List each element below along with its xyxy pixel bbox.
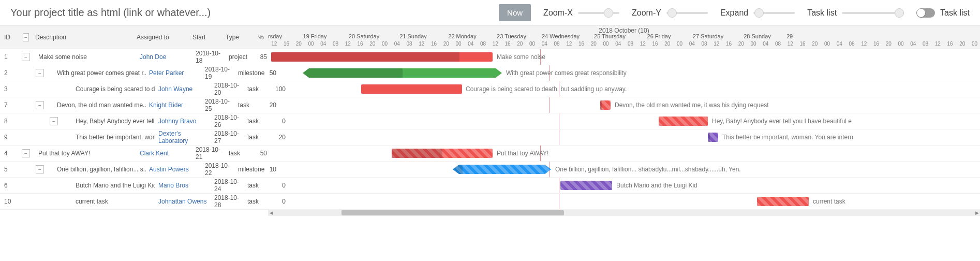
cell-start: 2018-10-21 <box>192 146 226 161</box>
collapse-all[interactable]: − <box>23 33 29 41</box>
col-header-start[interactable]: Start <box>189 26 222 49</box>
hour-tick: 04 <box>391 41 404 47</box>
col-header-type[interactable]: Type <box>222 26 253 49</box>
cell-start: 2018-10-25 <box>202 97 235 113</box>
table-row: 5−One billion, gajillion, fafillion... s… <box>0 162 980 178</box>
hour-tick: 20 <box>588 41 600 47</box>
col-header-description[interactable]: Description <box>32 26 133 49</box>
assignee-link[interactable]: Dexter's Laboratory <box>158 130 208 144</box>
gantt-bar[interactable] <box>659 117 708 126</box>
hour-tick: 12 <box>710 41 723 47</box>
day-partial: rsday <box>268 33 290 39</box>
cell-start: 2018-10-22 <box>202 162 235 177</box>
hour-tick: 12 <box>268 41 280 47</box>
table-row: 7−Devon, the old man wanted me...Knight … <box>0 97 980 113</box>
expand-toggle[interactable]: − <box>36 165 44 173</box>
cell-type: task <box>244 81 274 97</box>
assignee-link[interactable]: Johnattan Owens <box>158 198 206 205</box>
gantt-bar[interactable] <box>708 133 718 142</box>
hour-tick: 04 <box>834 41 846 47</box>
tasklist-slider-label: Task list <box>807 8 837 18</box>
assignee-link[interactable]: Clark Kent <box>140 150 169 157</box>
tasklist-slider[interactable] <box>842 12 904 14</box>
project-title: Your project title as html (link or what… <box>10 7 486 19</box>
timeline-cell: Make some noise <box>271 49 980 65</box>
hour-tick: 08 <box>330 41 342 47</box>
scroll-right-icon[interactable]: ▶ <box>974 210 980 215</box>
cell-start: 2018-10-19 <box>202 65 235 81</box>
cell-pct: 0 <box>274 113 290 129</box>
cell-description: Courage is being scared to dea... <box>72 81 155 97</box>
assignee-link[interactable]: Austin Powers <box>149 166 189 173</box>
timeline-cell: Put that toy AWAY! <box>271 146 980 161</box>
hour-tick: 00 <box>526 41 539 47</box>
cell-description: With great power comes great r... <box>54 65 146 81</box>
zoom-x-slider[interactable] <box>578 12 619 14</box>
assignee-link[interactable]: John Doe <box>140 53 166 61</box>
table-row: 1−Make some noiseJohn Doe2018-10-18proje… <box>0 49 980 65</box>
expand-slider[interactable] <box>753 12 795 14</box>
assignee-link[interactable]: Knight Rider <box>149 102 183 109</box>
hour-tick: 04 <box>907 41 919 47</box>
hour-tick: 20 <box>440 41 453 47</box>
assignee-link[interactable]: Peter Parker <box>149 69 184 77</box>
cell-id: 5 <box>0 162 20 177</box>
cell-type: task <box>244 113 274 129</box>
gantt-bar[interactable] <box>453 165 551 174</box>
gantt-bar[interactable] <box>271 52 493 62</box>
timeline-cell: Courage is being scared to death, but sa… <box>290 81 980 97</box>
cell-start: 2018-10-18 <box>192 49 226 65</box>
hour-tick: 08 <box>625 41 637 47</box>
cell-start: 2018-10-27 <box>211 129 244 145</box>
table-row: 10current taskJohnattan Owens2018-10-28t… <box>0 194 980 210</box>
cell-id: 3 <box>0 81 20 97</box>
cell-description: Make some noise <box>35 49 137 65</box>
hour-tick: 04 <box>612 41 625 47</box>
hour-tick: 08 <box>845 41 858 47</box>
hour-tick: 20 <box>514 41 526 47</box>
assignee-link[interactable]: John Wayne <box>158 85 192 93</box>
table-row: 8−Hey, Baby! Anybody ever tell y...Johhn… <box>0 113 980 129</box>
day-header: 23 Tuesday <box>487 33 536 39</box>
expand-toggle[interactable]: − <box>36 69 44 77</box>
hour-tick: 08 <box>772 41 784 47</box>
tasklist-toggle[interactable] <box>916 8 935 18</box>
hour-tick: 12 <box>784 41 797 47</box>
expand-toggle[interactable]: − <box>22 53 30 61</box>
gantt-bar[interactable] <box>361 84 462 94</box>
gantt-bar[interactable] <box>392 149 493 158</box>
expand-toggle[interactable]: − <box>50 117 58 125</box>
col-header-pct[interactable]: % <box>253 26 268 49</box>
scroll-thumb[interactable] <box>341 210 564 215</box>
scroll-left-icon[interactable]: ◀ <box>268 210 274 215</box>
gantt-bar[interactable] <box>303 68 502 78</box>
now-button[interactable]: Now <box>499 4 531 21</box>
gantt-bar[interactable] <box>757 197 809 206</box>
cell-description: Butch Mario and the Luigi Kid <box>72 178 155 193</box>
cell-id: 9 <box>0 129 20 145</box>
bar-label: One billion, gajillion, fafillion... sha… <box>555 166 741 173</box>
gantt-bar[interactable] <box>600 100 611 110</box>
cell-pct: 85 <box>256 49 271 65</box>
table-row: 4−Put that toy AWAY!Clark Kent2018-10-21… <box>0 146 980 162</box>
zoom-y-slider[interactable] <box>666 12 708 14</box>
cell-type: task <box>244 178 274 193</box>
cell-id: 6 <box>0 178 20 193</box>
hour-tick: 20 <box>956 41 969 47</box>
expand-toggle[interactable]: − <box>36 101 44 109</box>
col-header-assigned[interactable]: Assigned to <box>133 26 189 49</box>
col-header-id[interactable]: ID <box>0 26 20 49</box>
bar-label: Devon, the old man wanted me, it was his… <box>615 102 769 109</box>
scroll-track[interactable] <box>274 210 974 216</box>
assignee-link[interactable]: Mario Bros <box>158 182 188 189</box>
gantt-bar[interactable] <box>560 181 612 190</box>
hour-tick: 00 <box>747 41 760 47</box>
timeline-cell: With great power comes great responsibil… <box>280 65 980 81</box>
hour-tick: 04 <box>465 41 477 47</box>
cell-pct: 50 <box>265 65 280 81</box>
hour-tick: 08 <box>403 41 415 47</box>
assignee-link[interactable]: Johhny Bravo <box>158 118 196 125</box>
hour-tick: 16 <box>649 41 661 47</box>
cell-description: Devon, the old man wanted me... <box>54 97 146 113</box>
expand-toggle[interactable]: − <box>22 149 30 157</box>
